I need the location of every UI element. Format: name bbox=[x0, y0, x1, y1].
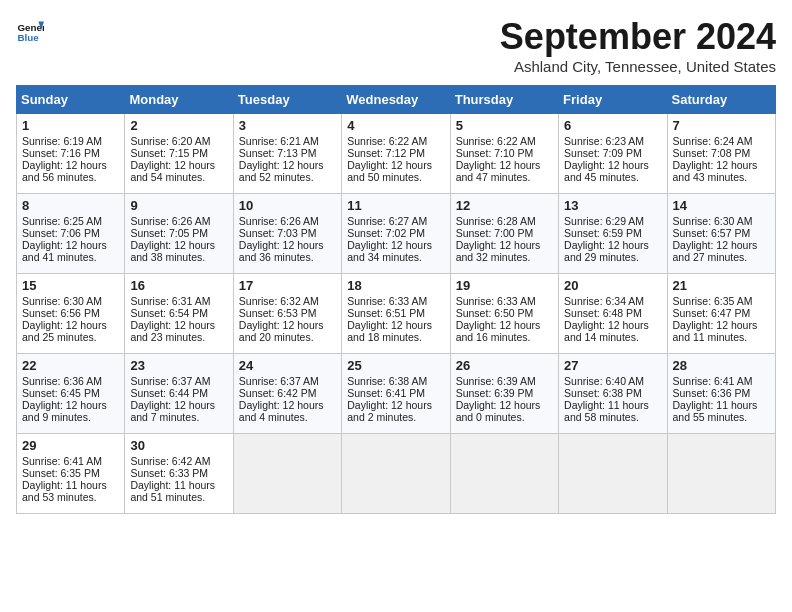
sunrise-text: Sunrise: 6:39 AM bbox=[456, 375, 536, 387]
calendar-cell: 22Sunrise: 6:36 AMSunset: 6:45 PMDayligh… bbox=[17, 354, 125, 434]
day-number: 3 bbox=[239, 118, 336, 133]
daylight-text: Daylight: 11 hours and 55 minutes. bbox=[673, 399, 758, 423]
weekday-header: Saturday bbox=[667, 86, 775, 114]
sunrise-text: Sunrise: 6:32 AM bbox=[239, 295, 319, 307]
daylight-text: Daylight: 12 hours and 0 minutes. bbox=[456, 399, 541, 423]
day-number: 22 bbox=[22, 358, 119, 373]
sunrise-text: Sunrise: 6:36 AM bbox=[22, 375, 102, 387]
weekday-header: Thursday bbox=[450, 86, 558, 114]
day-number: 23 bbox=[130, 358, 227, 373]
daylight-text: Daylight: 11 hours and 53 minutes. bbox=[22, 479, 107, 503]
location: Ashland City, Tennessee, United States bbox=[500, 58, 776, 75]
sunrise-text: Sunrise: 6:25 AM bbox=[22, 215, 102, 227]
sunset-text: Sunset: 6:39 PM bbox=[456, 387, 534, 399]
sunrise-text: Sunrise: 6:41 AM bbox=[22, 455, 102, 467]
sunset-text: Sunset: 7:02 PM bbox=[347, 227, 425, 239]
calendar-cell: 29Sunrise: 6:41 AMSunset: 6:35 PMDayligh… bbox=[17, 434, 125, 514]
calendar-cell: 24Sunrise: 6:37 AMSunset: 6:42 PMDayligh… bbox=[233, 354, 341, 434]
calendar-cell: 4Sunrise: 6:22 AMSunset: 7:12 PMDaylight… bbox=[342, 114, 450, 194]
weekday-header: Wednesday bbox=[342, 86, 450, 114]
day-number: 15 bbox=[22, 278, 119, 293]
day-number: 9 bbox=[130, 198, 227, 213]
calendar-cell: 12Sunrise: 6:28 AMSunset: 7:00 PMDayligh… bbox=[450, 194, 558, 274]
calendar-cell bbox=[342, 434, 450, 514]
calendar-cell: 21Sunrise: 6:35 AMSunset: 6:47 PMDayligh… bbox=[667, 274, 775, 354]
sunset-text: Sunset: 6:36 PM bbox=[673, 387, 751, 399]
sunrise-text: Sunrise: 6:34 AM bbox=[564, 295, 644, 307]
calendar-cell: 19Sunrise: 6:33 AMSunset: 6:50 PMDayligh… bbox=[450, 274, 558, 354]
svg-text:Blue: Blue bbox=[17, 32, 39, 43]
sunrise-text: Sunrise: 6:30 AM bbox=[673, 215, 753, 227]
sunset-text: Sunset: 6:56 PM bbox=[22, 307, 100, 319]
calendar-cell: 5Sunrise: 6:22 AMSunset: 7:10 PMDaylight… bbox=[450, 114, 558, 194]
sunrise-text: Sunrise: 6:33 AM bbox=[347, 295, 427, 307]
day-number: 7 bbox=[673, 118, 770, 133]
daylight-text: Daylight: 12 hours and 20 minutes. bbox=[239, 319, 324, 343]
sunset-text: Sunset: 7:12 PM bbox=[347, 147, 425, 159]
sunset-text: Sunset: 6:47 PM bbox=[673, 307, 751, 319]
calendar-cell bbox=[559, 434, 667, 514]
sunset-text: Sunset: 6:45 PM bbox=[22, 387, 100, 399]
daylight-text: Daylight: 12 hours and 7 minutes. bbox=[130, 399, 215, 423]
calendar-week-row: 22Sunrise: 6:36 AMSunset: 6:45 PMDayligh… bbox=[17, 354, 776, 434]
sunrise-text: Sunrise: 6:26 AM bbox=[130, 215, 210, 227]
sunset-text: Sunset: 6:44 PM bbox=[130, 387, 208, 399]
day-number: 6 bbox=[564, 118, 661, 133]
sunrise-text: Sunrise: 6:35 AM bbox=[673, 295, 753, 307]
daylight-text: Daylight: 12 hours and 50 minutes. bbox=[347, 159, 432, 183]
daylight-text: Daylight: 12 hours and 25 minutes. bbox=[22, 319, 107, 343]
sunset-text: Sunset: 7:06 PM bbox=[22, 227, 100, 239]
calendar-cell: 7Sunrise: 6:24 AMSunset: 7:08 PMDaylight… bbox=[667, 114, 775, 194]
calendar-cell: 16Sunrise: 6:31 AMSunset: 6:54 PMDayligh… bbox=[125, 274, 233, 354]
daylight-text: Daylight: 12 hours and 27 minutes. bbox=[673, 239, 758, 263]
calendar-week-row: 29Sunrise: 6:41 AMSunset: 6:35 PMDayligh… bbox=[17, 434, 776, 514]
daylight-text: Daylight: 12 hours and 38 minutes. bbox=[130, 239, 215, 263]
sunrise-text: Sunrise: 6:29 AM bbox=[564, 215, 644, 227]
calendar-cell: 25Sunrise: 6:38 AMSunset: 6:41 PMDayligh… bbox=[342, 354, 450, 434]
calendar-week-row: 1Sunrise: 6:19 AMSunset: 7:16 PMDaylight… bbox=[17, 114, 776, 194]
calendar-cell: 18Sunrise: 6:33 AMSunset: 6:51 PMDayligh… bbox=[342, 274, 450, 354]
calendar-cell: 6Sunrise: 6:23 AMSunset: 7:09 PMDaylight… bbox=[559, 114, 667, 194]
daylight-text: Daylight: 12 hours and 4 minutes. bbox=[239, 399, 324, 423]
daylight-text: Daylight: 12 hours and 14 minutes. bbox=[564, 319, 649, 343]
daylight-text: Daylight: 12 hours and 29 minutes. bbox=[564, 239, 649, 263]
sunrise-text: Sunrise: 6:28 AM bbox=[456, 215, 536, 227]
day-number: 17 bbox=[239, 278, 336, 293]
daylight-text: Daylight: 12 hours and 32 minutes. bbox=[456, 239, 541, 263]
sunset-text: Sunset: 6:51 PM bbox=[347, 307, 425, 319]
calendar-cell: 14Sunrise: 6:30 AMSunset: 6:57 PMDayligh… bbox=[667, 194, 775, 274]
weekday-header-row: SundayMondayTuesdayWednesdayThursdayFrid… bbox=[17, 86, 776, 114]
calendar-cell: 30Sunrise: 6:42 AMSunset: 6:33 PMDayligh… bbox=[125, 434, 233, 514]
daylight-text: Daylight: 12 hours and 54 minutes. bbox=[130, 159, 215, 183]
sunset-text: Sunset: 7:05 PM bbox=[130, 227, 208, 239]
calendar-cell: 13Sunrise: 6:29 AMSunset: 6:59 PMDayligh… bbox=[559, 194, 667, 274]
daylight-text: Daylight: 12 hours and 43 minutes. bbox=[673, 159, 758, 183]
calendar-cell: 11Sunrise: 6:27 AMSunset: 7:02 PMDayligh… bbox=[342, 194, 450, 274]
sunset-text: Sunset: 6:48 PM bbox=[564, 307, 642, 319]
day-number: 1 bbox=[22, 118, 119, 133]
day-number: 24 bbox=[239, 358, 336, 373]
day-number: 28 bbox=[673, 358, 770, 373]
calendar-cell: 28Sunrise: 6:41 AMSunset: 6:36 PMDayligh… bbox=[667, 354, 775, 434]
weekday-header: Monday bbox=[125, 86, 233, 114]
sunset-text: Sunset: 6:41 PM bbox=[347, 387, 425, 399]
calendar-cell: 10Sunrise: 6:26 AMSunset: 7:03 PMDayligh… bbox=[233, 194, 341, 274]
daylight-text: Daylight: 11 hours and 51 minutes. bbox=[130, 479, 215, 503]
day-number: 27 bbox=[564, 358, 661, 373]
sunset-text: Sunset: 7:15 PM bbox=[130, 147, 208, 159]
sunrise-text: Sunrise: 6:21 AM bbox=[239, 135, 319, 147]
weekday-header: Tuesday bbox=[233, 86, 341, 114]
sunset-text: Sunset: 7:13 PM bbox=[239, 147, 317, 159]
logo-icon: General Blue bbox=[16, 16, 44, 44]
weekday-header: Sunday bbox=[17, 86, 125, 114]
calendar-cell: 20Sunrise: 6:34 AMSunset: 6:48 PMDayligh… bbox=[559, 274, 667, 354]
sunset-text: Sunset: 7:03 PM bbox=[239, 227, 317, 239]
sunrise-text: Sunrise: 6:38 AM bbox=[347, 375, 427, 387]
sunset-text: Sunset: 7:10 PM bbox=[456, 147, 534, 159]
daylight-text: Daylight: 12 hours and 36 minutes. bbox=[239, 239, 324, 263]
calendar-cell: 15Sunrise: 6:30 AMSunset: 6:56 PMDayligh… bbox=[17, 274, 125, 354]
sunset-text: Sunset: 7:00 PM bbox=[456, 227, 534, 239]
daylight-text: Daylight: 12 hours and 23 minutes. bbox=[130, 319, 215, 343]
sunset-text: Sunset: 6:53 PM bbox=[239, 307, 317, 319]
sunset-text: Sunset: 6:54 PM bbox=[130, 307, 208, 319]
